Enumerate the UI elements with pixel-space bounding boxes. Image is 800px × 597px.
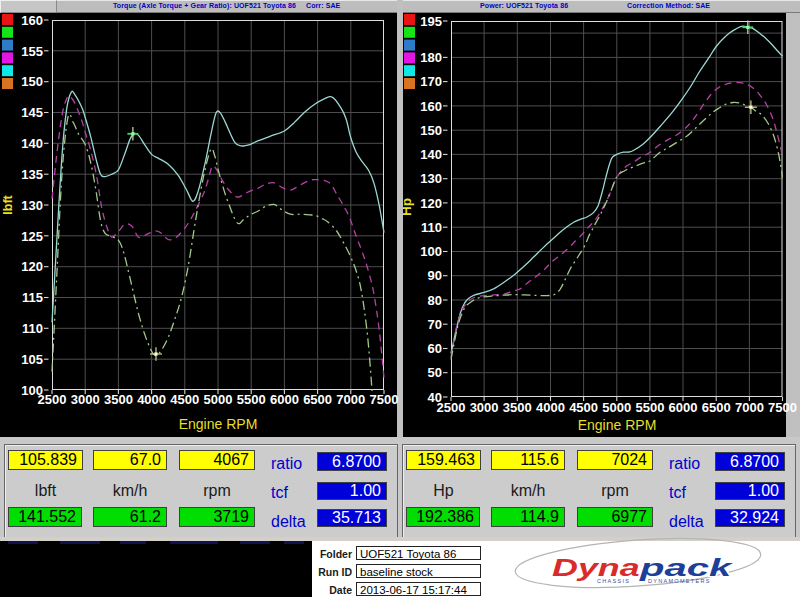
svg-text:4000: 4000	[536, 400, 565, 415]
svg-text:120: 120	[21, 259, 43, 274]
svg-text:60: 60	[428, 341, 442, 356]
svg-text:160: 160	[420, 99, 442, 114]
svg-text:90: 90	[428, 268, 442, 283]
svg-text:5000: 5000	[602, 400, 631, 415]
svg-text:6000: 6000	[669, 400, 698, 415]
svg-text:135: 135	[21, 167, 43, 182]
svg-text:140: 140	[21, 136, 43, 151]
svg-text:Engine RPM: Engine RPM	[578, 417, 657, 433]
svg-text:6000: 6000	[270, 392, 299, 407]
svg-text:150: 150	[21, 74, 43, 89]
svg-text:105: 105	[21, 352, 43, 367]
svg-text:115: 115	[22, 290, 43, 305]
svg-text:5500: 5500	[237, 392, 266, 407]
svg-text:4500: 4500	[170, 392, 199, 407]
svg-text:Hp: Hp	[403, 198, 414, 216]
svg-text:lbft: lbft	[1, 194, 15, 214]
svg-text:110: 110	[22, 321, 43, 336]
svg-text:160: 160	[21, 13, 43, 28]
svg-text:4000: 4000	[137, 392, 166, 407]
svg-text:4500: 4500	[569, 400, 598, 415]
svg-text:5500: 5500	[635, 400, 664, 415]
svg-text:170: 170	[420, 74, 442, 89]
svg-text:Dyna: Dyna	[552, 555, 640, 580]
svg-text:3000: 3000	[71, 392, 100, 407]
svg-text:70: 70	[428, 317, 442, 332]
svg-text:110: 110	[421, 220, 442, 235]
svg-text:80: 80	[428, 293, 442, 308]
svg-text:150: 150	[420, 123, 442, 138]
svg-text:7000: 7000	[336, 392, 365, 407]
svg-text:7500: 7500	[370, 392, 399, 407]
svg-text:CHASSIS: CHASSIS	[597, 578, 630, 584]
svg-text:Engine RPM: Engine RPM	[179, 416, 258, 432]
svg-text:130: 130	[420, 171, 442, 186]
svg-text:2500: 2500	[38, 392, 67, 407]
svg-text:120: 120	[420, 196, 442, 211]
svg-text:155: 155	[21, 44, 43, 59]
svg-text:DYNAMOMETERS: DYNAMOMETERS	[648, 578, 711, 584]
svg-text:195: 195	[420, 14, 442, 29]
svg-text:3500: 3500	[104, 392, 133, 407]
svg-text:50: 50	[428, 365, 442, 380]
svg-text:100: 100	[420, 244, 442, 259]
svg-text:6500: 6500	[303, 392, 332, 407]
svg-text:3500: 3500	[503, 400, 532, 415]
svg-text:145: 145	[21, 105, 43, 120]
svg-text:pack: pack	[639, 554, 734, 580]
svg-text:5000: 5000	[204, 392, 233, 407]
svg-text:3000: 3000	[470, 400, 499, 415]
svg-text:2500: 2500	[437, 400, 466, 415]
svg-text:130: 130	[21, 198, 43, 213]
svg-text:7500: 7500	[768, 400, 797, 415]
svg-text:140: 140	[420, 147, 442, 162]
svg-text:180: 180	[420, 50, 442, 65]
svg-text:125: 125	[21, 229, 43, 244]
svg-text:7000: 7000	[735, 400, 764, 415]
svg-text:6500: 6500	[702, 400, 731, 415]
